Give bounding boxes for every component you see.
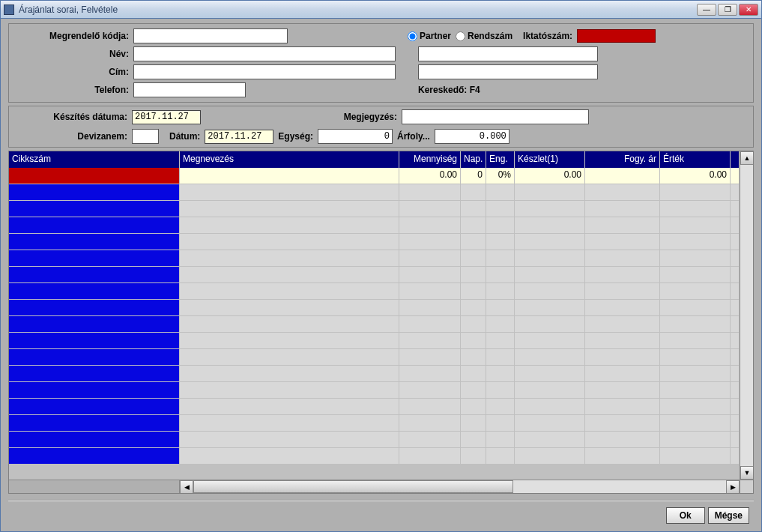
grid-cell[interactable]	[660, 267, 731, 283]
close-button[interactable]: ✕	[739, 4, 758, 16]
grid-cell[interactable]	[731, 415, 740, 432]
grid-cell[interactable]	[486, 316, 515, 333]
grid-row[interactable]	[9, 250, 740, 267]
col-header-stock[interactable]: Készlet(1)	[515, 151, 585, 168]
grid-cell[interactable]	[9, 184, 180, 201]
grid-cell[interactable]	[461, 415, 486, 432]
grid-cell[interactable]	[461, 316, 486, 333]
cancel-button[interactable]: Mégse	[708, 507, 749, 524]
grid-cell[interactable]	[515, 316, 585, 333]
grid-cell[interactable]	[180, 234, 399, 250]
grid-cell[interactable]	[461, 432, 486, 448]
date-input[interactable]	[205, 130, 273, 144]
grid-cell[interactable]	[180, 316, 399, 333]
rate-input[interactable]	[435, 129, 509, 144]
grid-cell[interactable]	[731, 234, 740, 250]
grid-cell[interactable]	[585, 168, 660, 184]
grid-row[interactable]	[9, 415, 740, 432]
grid-cell[interactable]	[585, 316, 660, 333]
grid-cell[interactable]	[180, 168, 399, 184]
grid-cell[interactable]	[585, 432, 660, 448]
grid-cell[interactable]	[515, 415, 585, 432]
grid-cell[interactable]	[9, 432, 180, 448]
grid-cell[interactable]	[731, 267, 740, 283]
grid-cell[interactable]: 0	[461, 168, 486, 184]
grid-cell[interactable]	[731, 201, 740, 217]
grid-cell[interactable]	[515, 217, 585, 234]
grid-cell[interactable]	[399, 283, 461, 300]
rendszam-radio-input[interactable]	[456, 31, 465, 41]
grid-row[interactable]	[9, 300, 740, 316]
grid-cell[interactable]	[515, 366, 585, 382]
grid-cell[interactable]	[585, 448, 660, 465]
col-header-name[interactable]: Megnevezés	[180, 151, 399, 168]
col-header-qty[interactable]: Mennyiség	[399, 151, 461, 168]
grid-cell[interactable]	[399, 316, 461, 333]
grid-cell[interactable]	[461, 366, 486, 382]
col-header-value[interactable]: Érték	[660, 151, 731, 168]
grid-cell[interactable]	[9, 201, 180, 217]
grid-cell[interactable]	[515, 399, 585, 415]
grid-cell[interactable]	[486, 267, 515, 283]
grid-cell[interactable]	[660, 250, 731, 267]
grid-cell[interactable]	[731, 168, 740, 184]
grid-cell[interactable]	[486, 217, 515, 234]
grid-cell[interactable]	[660, 283, 731, 300]
grid-cell[interactable]	[585, 217, 660, 234]
grid-cell[interactable]	[399, 250, 461, 267]
phone-input[interactable]	[133, 82, 246, 97]
grid-cell[interactable]	[515, 234, 585, 250]
grid-cell[interactable]	[660, 300, 731, 316]
scroll-down-arrow-icon[interactable]: ▼	[740, 466, 753, 480]
col-header-id[interactable]: Cikkszám	[9, 151, 180, 168]
grid-cell[interactable]	[486, 234, 515, 250]
grid-cell[interactable]	[660, 234, 731, 250]
grid-cell[interactable]	[461, 201, 486, 217]
grid-cell[interactable]	[9, 316, 180, 333]
grid-cell[interactable]	[9, 366, 180, 382]
grid-cell[interactable]	[660, 415, 731, 432]
grid-cell[interactable]	[515, 201, 585, 217]
grid-cell[interactable]	[399, 201, 461, 217]
grid-cell[interactable]	[486, 382, 515, 399]
maximize-button[interactable]: ❐	[718, 4, 737, 16]
grid-cell[interactable]	[180, 300, 399, 316]
col-header-disc[interactable]: Eng.	[486, 151, 515, 168]
grid-cell[interactable]	[399, 382, 461, 399]
name-input-left[interactable]	[133, 46, 396, 61]
grid-row[interactable]	[9, 366, 740, 382]
grid-cell[interactable]	[515, 333, 585, 349]
grid-cell[interactable]	[9, 234, 180, 250]
grid-cell[interactable]	[585, 366, 660, 382]
grid-cell[interactable]	[180, 399, 399, 415]
grid-cell[interactable]	[731, 432, 740, 448]
grid-cell[interactable]	[486, 399, 515, 415]
grid-cell[interactable]: 0.00	[399, 168, 461, 184]
rendszam-radio[interactable]: Rendszám	[456, 31, 512, 41]
grid-cell[interactable]	[461, 300, 486, 316]
grid-row[interactable]	[9, 234, 740, 250]
grid-cell[interactable]	[660, 333, 731, 349]
grid-cell[interactable]	[9, 283, 180, 300]
grid-cell[interactable]	[399, 217, 461, 234]
grid-cell[interactable]	[180, 184, 399, 201]
grid-cell[interactable]	[9, 349, 180, 366]
grid-cell[interactable]	[731, 316, 740, 333]
grid-cell[interactable]	[515, 250, 585, 267]
grid-cell[interactable]	[515, 382, 585, 399]
grid-cell[interactable]	[515, 349, 585, 366]
scroll-left-arrow-icon[interactable]: ◀	[180, 480, 193, 494]
grid-cell[interactable]	[486, 283, 515, 300]
grid-cell[interactable]	[731, 349, 740, 366]
note-input[interactable]	[402, 109, 589, 124]
grid-cell[interactable]	[461, 448, 486, 465]
grid-cell[interactable]	[585, 250, 660, 267]
grid-cell[interactable]	[9, 415, 180, 432]
grid-cell[interactable]	[180, 267, 399, 283]
grid-cell[interactable]	[486, 415, 515, 432]
grid-cell[interactable]	[486, 201, 515, 217]
grid-cell[interactable]	[9, 448, 180, 465]
grid-cell[interactable]	[9, 217, 180, 234]
grid-cell[interactable]	[515, 432, 585, 448]
grid-cell[interactable]	[461, 267, 486, 283]
